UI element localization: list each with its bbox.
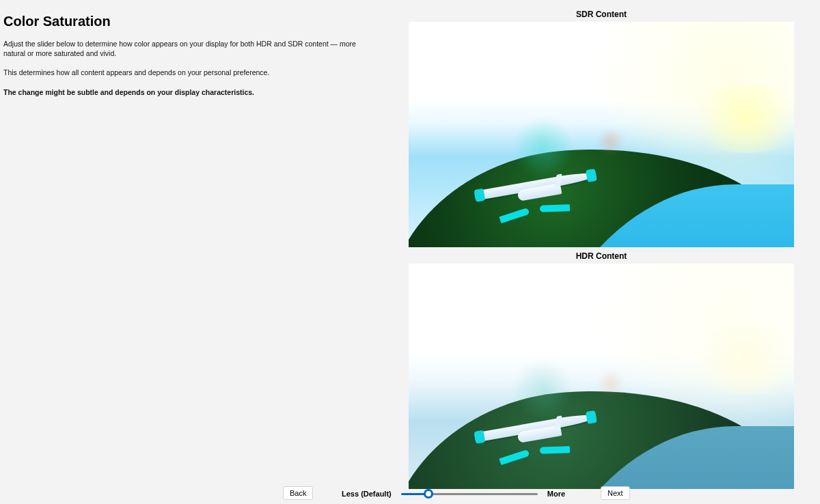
sdr-preview-image [409, 22, 794, 247]
slider-less-label: Less (Default) [342, 490, 392, 498]
preview-column: SDR Content HDR Content [409, 5, 794, 489]
slider-more-label: More [547, 490, 565, 498]
next-button[interactable]: Next [601, 486, 630, 500]
sdr-preview-label: SDR Content [409, 5, 794, 22]
back-button[interactable]: Back [283, 486, 313, 500]
hdr-preview-image [409, 264, 794, 489]
description-paragraph-3: The change might be subtle and depends o… [3, 87, 372, 97]
page-title: Color Saturation [3, 14, 372, 29]
slider-thumb[interactable] [424, 489, 433, 499]
slider-track-rest [428, 493, 538, 495]
saturation-slider[interactable] [401, 488, 538, 500]
description-paragraph-1: Adjust the slider below to determine how… [3, 39, 372, 58]
description-paragraph-2: This determines how all content appears … [3, 68, 372, 77]
bottom-bar: Back Less (Default) More Next [0, 484, 820, 504]
hdr-preview-label: HDR Content [409, 247, 794, 264]
